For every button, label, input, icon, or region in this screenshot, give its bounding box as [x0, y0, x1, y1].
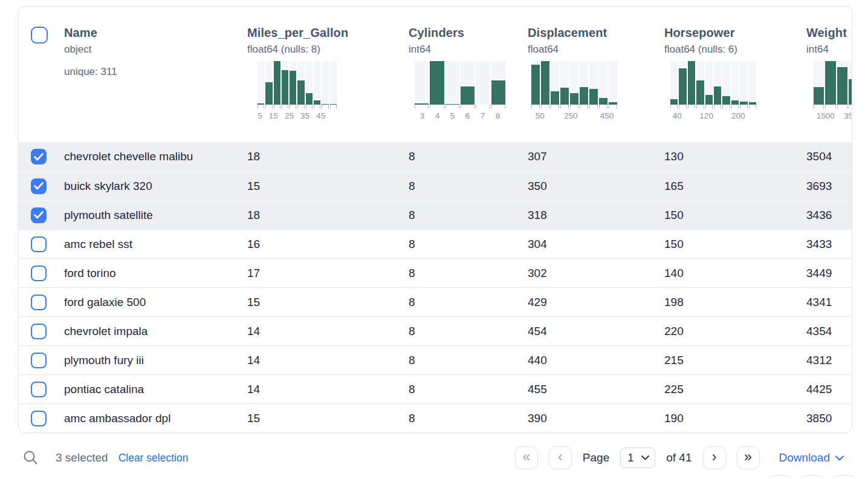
- table-row[interactable]: pontiac catalina1484552254425: [19, 374, 852, 403]
- row-checkbox[interactable]: [31, 295, 47, 310]
- hist-bar: [282, 70, 288, 105]
- hidden-button-stub[interactable]: [768, 475, 793, 479]
- tick-label: 250: [564, 111, 578, 120]
- hist-bin: [814, 61, 824, 105]
- hist-bin: [314, 61, 320, 105]
- hist-bin: [580, 61, 588, 105]
- tick-mark: [825, 105, 835, 109]
- cell-mpg: 16: [247, 238, 409, 251]
- hist-bar: [257, 103, 264, 105]
- row-checkbox-cell: [19, 236, 64, 252]
- hist-bin: [749, 61, 756, 105]
- tick-label: 3500: [844, 111, 852, 120]
- first-page-button[interactable]: «: [515, 446, 538, 469]
- histogram-bins: [257, 61, 337, 105]
- table-row[interactable]: ford galaxie 5001584291984341: [19, 287, 852, 316]
- row-checkbox[interactable]: [31, 382, 47, 397]
- row-checkbox[interactable]: [31, 178, 47, 194]
- clear-selection-link[interactable]: Clear selection: [118, 452, 189, 464]
- cell-mpg: 17: [247, 267, 409, 280]
- table-row[interactable]: plymouth satellite1883181503436: [19, 200, 852, 229]
- select-all-checkbox[interactable]: [31, 27, 48, 44]
- search-icon[interactable]: [23, 450, 39, 466]
- cell-horsepower: 150: [664, 209, 806, 222]
- row-checkbox[interactable]: [31, 207, 47, 223]
- column-dtype: float64 (nulls: 8): [247, 44, 409, 56]
- cell-displacement: 304: [528, 238, 664, 251]
- cell-cylinders: 8: [409, 354, 528, 367]
- hist-bar: [609, 102, 617, 105]
- tick-mark: [740, 105, 747, 109]
- tick-mark: [599, 105, 607, 109]
- column-title: Miles_per_Gallon: [247, 26, 409, 40]
- tick-label: 15: [269, 111, 278, 120]
- histogram-mpg: 515253545: [257, 61, 337, 121]
- tick-mark: [580, 105, 588, 109]
- tick-mark: [714, 105, 721, 109]
- hist-bin: [599, 61, 607, 105]
- row-checkbox[interactable]: [31, 266, 47, 281]
- table-row[interactable]: chevrolet chevelle malibu1883071303504: [19, 142, 852, 171]
- table-row[interactable]: amc ambassador dpl1583901903850: [19, 403, 852, 432]
- row-checkbox-cell: [19, 324, 64, 339]
- row-checkbox[interactable]: [31, 324, 47, 339]
- table-row[interactable]: plymouth fury iii1484402154312: [19, 345, 852, 374]
- tick-label: 200: [731, 111, 745, 120]
- pagination-controls: « ‹ Page 1 of 41 › » Download: [515, 446, 844, 469]
- cell-name: amc rebel sst: [64, 238, 247, 251]
- cell-weight: 3436: [806, 209, 852, 222]
- table-row[interactable]: amc rebel sst1683041503433: [19, 229, 852, 258]
- cell-horsepower: 165: [664, 180, 806, 193]
- table-row[interactable]: ford torino1783021403449: [19, 258, 852, 287]
- tick-label: 3: [420, 111, 425, 120]
- next-page-button[interactable]: ›: [703, 446, 726, 469]
- hist-bar: [274, 61, 280, 105]
- table-row[interactable]: buick skylark 3201583501653693: [19, 171, 852, 200]
- hist-bar: [531, 65, 540, 105]
- hist-bar: [814, 87, 824, 105]
- prev-page-button[interactable]: ‹: [549, 446, 572, 469]
- cell-name: plymouth satellite: [64, 209, 247, 222]
- tick-mark: [670, 105, 678, 109]
- tick-mark: [282, 105, 288, 109]
- cell-horsepower: 140: [664, 267, 806, 280]
- hist-bar: [696, 80, 704, 105]
- hist-bar: [430, 61, 444, 105]
- download-label: Download: [779, 451, 831, 464]
- row-checkbox[interactable]: [31, 149, 47, 165]
- tick-mark: [731, 105, 739, 109]
- tick-mark: [849, 105, 852, 109]
- cell-mpg: 14: [247, 325, 409, 338]
- histogram-bins: [531, 61, 617, 105]
- histogram-tick-labels: 15003500: [814, 111, 852, 121]
- hist-bar: [541, 61, 549, 105]
- hist-bin: [570, 61, 578, 105]
- column-title: Horsepower: [664, 26, 806, 40]
- cell-displacement: 390: [528, 412, 664, 425]
- chevron-right-icon: ›: [712, 450, 717, 464]
- column-unique-count: unique: 311: [64, 66, 247, 78]
- header-checkbox-cell: [19, 7, 64, 142]
- row-checkbox[interactable]: [31, 236, 47, 252]
- tick-mark: [589, 105, 598, 109]
- column-dtype: int64: [409, 44, 528, 56]
- last-page-button[interactable]: »: [737, 446, 760, 469]
- chevron-down-icon: [835, 455, 844, 461]
- tick-mark: [551, 105, 559, 109]
- page-select[interactable]: 1: [620, 448, 655, 468]
- histogram-bins: [415, 61, 505, 105]
- hist-bin: [837, 61, 847, 105]
- hist-bin: [445, 61, 459, 105]
- table-row[interactable]: chevrolet impala1484542204354: [19, 316, 852, 345]
- hidden-button-stub[interactable]: [832, 475, 857, 479]
- cell-weight: 4312: [806, 354, 852, 367]
- cell-cylinders: 8: [409, 267, 528, 280]
- tick-label: 7: [481, 111, 485, 120]
- row-checkbox[interactable]: [31, 353, 47, 368]
- download-link[interactable]: Download: [779, 451, 844, 464]
- tick-mark: [430, 105, 444, 109]
- row-checkbox[interactable]: [31, 411, 47, 426]
- hist-bin: [849, 61, 852, 105]
- hidden-button-stub[interactable]: [799, 475, 824, 479]
- tick-mark: [257, 105, 264, 109]
